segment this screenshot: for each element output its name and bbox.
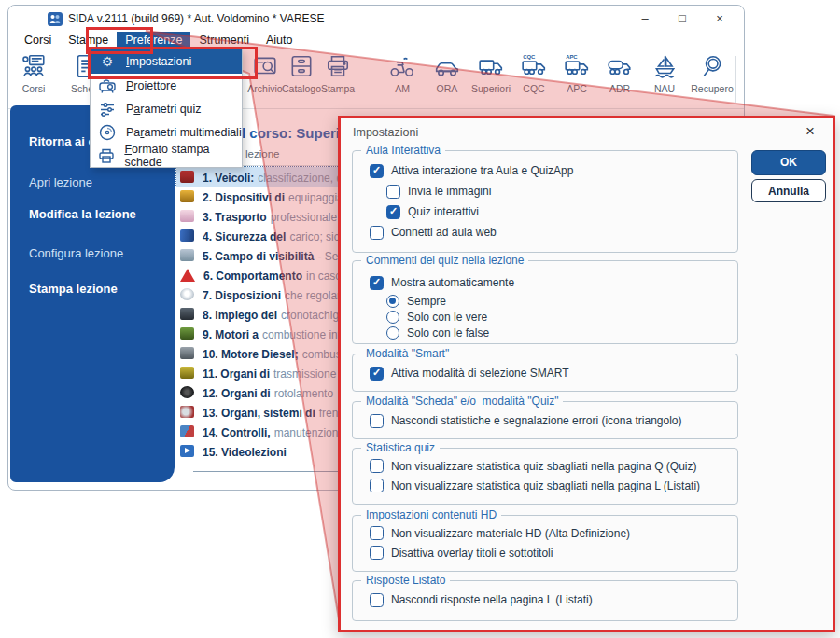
svg-text:APC: APC (566, 54, 578, 60)
menu-item-parametri-quiz[interactable]: Parametri quiz (91, 97, 242, 120)
checkbox-row[interactable]: Disattiva overlay titoli e sottotitoli (353, 543, 737, 562)
impostazioni-dialog: Impostazioni × Aula Interattiva Attiva i… (338, 116, 835, 632)
checkbox-row[interactable]: Non visualizzare statistica quiz sbaglia… (353, 456, 737, 476)
checkbox-row[interactable]: Non visualizzare materiale HD (Alta Defi… (353, 523, 737, 543)
minimize-button[interactable]: – (633, 8, 657, 29)
menu-bar: Corsi Stampe Preferenze Strumenti Aiuto (8, 32, 744, 50)
menu-item-parametri-multimediali[interactable]: Parametri multimediali (91, 120, 242, 144)
radio-row[interactable]: Solo con le false (353, 325, 737, 340)
archive-search-icon (252, 54, 278, 82)
drawers-icon (288, 54, 315, 82)
sidebar-item-apri[interactable]: Apri lezione (29, 175, 92, 189)
toolbar-button-corsi[interactable]: Corsi (12, 54, 55, 104)
sidebar-item-stampa[interactable]: Stampa lezione (29, 282, 118, 296)
checkbox-icon[interactable] (386, 185, 400, 199)
annulla-button[interactable]: Annulla (751, 179, 826, 202)
checkbox-row[interactable]: Nascondi risposte nella pagina L (Listat… (353, 589, 737, 610)
documents-icon (180, 210, 194, 222)
checkbox-icon[interactable] (370, 593, 384, 607)
gear-icon: ⚙ (96, 55, 119, 68)
toolbar-separator (371, 56, 371, 103)
toolbar-button-adr[interactable]: ADR (599, 54, 640, 104)
tachograph-icon (180, 308, 194, 320)
toolbar-button-apc[interactable]: APC APC (556, 54, 597, 104)
dialog-close-icon[interactable]: × (801, 122, 819, 141)
apc-truck-icon: APC (564, 54, 590, 82)
checkbox-row[interactable]: Quiz interattivi (353, 201, 737, 222)
screenshot-canvas: SIDA v.2111 (build 969) * Aut. Voldomino… (0, 0, 840, 638)
sliders-icon (96, 100, 119, 118)
checkbox-checked-icon[interactable] (370, 276, 384, 290)
menu-item-impostazioni[interactable]: ⚙ Impostazioni (91, 49, 242, 74)
window-title: SIDA v.2111 (build 969) * Aut. Voldomino… (68, 12, 325, 25)
maintenance-icon (180, 425, 194, 437)
group-modalita-smart: Modalità "Smart" Attiva modalità di sele… (352, 354, 738, 392)
title-bar: SIDA v.2111 (build 969) * Aut. Voldomino… (8, 6, 744, 32)
printer-icon (96, 146, 117, 165)
printer-icon (325, 54, 351, 82)
radio-icon[interactable] (386, 311, 399, 324)
group-aula-interattiva: Aula Interattiva Attiva interazione tra … (352, 150, 738, 253)
menu-item-formato-stampa-schede[interactable]: Formato stampa schede (91, 144, 242, 167)
people-icon (21, 54, 47, 82)
warning-triangle-icon (180, 269, 195, 282)
toolbar-button-recupero[interactable]: Recupero (686, 54, 738, 104)
close-button[interactable]: × (707, 8, 732, 29)
toolbar-button-cqc[interactable]: CQC CQC (514, 54, 553, 104)
checkbox-icon[interactable] (370, 478, 384, 492)
group-statistica-quiz: Statistica quiz Non visualizzare statist… (352, 448, 738, 505)
clock-icon (180, 288, 194, 300)
toolbar-button-ora[interactable]: ORA (426, 54, 469, 104)
radio-icon[interactable] (386, 326, 399, 340)
sailboat-icon (651, 54, 678, 82)
moped-icon (389, 54, 415, 82)
toolbar-button-stampa[interactable]: Stampa (316, 54, 359, 104)
menu-corsi[interactable]: Corsi (16, 32, 60, 50)
menu-preferenze[interactable]: Preferenze (117, 32, 190, 50)
course-title: l corso: Superio (242, 125, 348, 141)
transmission-icon (180, 367, 194, 379)
toolbar-button-am[interactable]: AM (381, 54, 424, 104)
road-icon (180, 249, 194, 261)
sidebar-item-configura[interactable]: Configura lezione (29, 246, 123, 260)
toolbar-separator (735, 56, 736, 103)
radio-row[interactable]: Solo con le vere (353, 309, 737, 325)
brake-icon (180, 406, 194, 418)
checkbox-icon[interactable] (370, 546, 384, 560)
sidebar-item-modifica[interactable]: Modifica la lezione (29, 207, 136, 221)
maximize-button[interactable]: □ (670, 8, 694, 29)
ok-button[interactable]: OK (751, 150, 826, 175)
checkbox-row[interactable]: Invia le immagini (353, 181, 737, 201)
checkbox-row[interactable]: Nascondi statistiche e segnalazione erro… (353, 410, 737, 431)
checkbox-icon[interactable] (370, 526, 384, 540)
menu-strumenti[interactable]: Strumenti (190, 32, 258, 50)
checkbox-checked-icon[interactable] (370, 164, 384, 178)
car-icon (434, 54, 460, 82)
group-commenti-quiz: Commenti dei quiz nella lezione Mostra a… (352, 260, 738, 344)
menu-aiuto[interactable]: Aiuto (258, 32, 301, 50)
tanker-truck-icon (607, 54, 633, 82)
dialog-title: Impostazioni (353, 126, 418, 139)
tire-icon (180, 386, 194, 398)
menu-item-proiettore[interactable]: Proiettore (91, 74, 242, 97)
group-contenuti-hd: Impostazioni contenuti HD Non visualizza… (352, 515, 738, 572)
menu-stampe[interactable]: Stampe (60, 32, 117, 50)
checkbox-row[interactable]: Non visualizzare statistica quiz sbaglia… (353, 476, 737, 495)
checkbox-icon[interactable] (370, 414, 384, 428)
checkbox-row[interactable]: Attiva interazione tra Aula e QuizApp (353, 160, 737, 181)
toolbar-button-superiori[interactable]: Superiori (466, 54, 516, 104)
checkbox-row[interactable]: Connetti ad aula web (353, 222, 737, 243)
checkbox-row[interactable]: Attiva modalità di selezione SMART (353, 363, 737, 383)
sida-app-icon (48, 12, 63, 26)
group-modalita-scheda-quiz: Modalità "Scheda" e/o modalità "Quiz" Na… (352, 401, 738, 439)
checkbox-icon[interactable] (370, 226, 384, 240)
checkbox-checked-icon[interactable] (370, 367, 384, 381)
diesel-engine-icon (180, 347, 194, 359)
preferenze-dropdown-menu: ⚙ Impostazioni Proiettore Parametri quiz… (90, 49, 243, 168)
checkbox-icon[interactable] (370, 459, 384, 473)
toolbar-button-nau[interactable]: NAU (644, 54, 685, 104)
radio-selected-icon[interactable] (386, 295, 399, 308)
checkbox-checked-icon[interactable] (386, 205, 400, 219)
radio-row[interactable]: Sempre (353, 293, 737, 309)
checkbox-row[interactable]: Mostra automaticamente (353, 272, 737, 293)
